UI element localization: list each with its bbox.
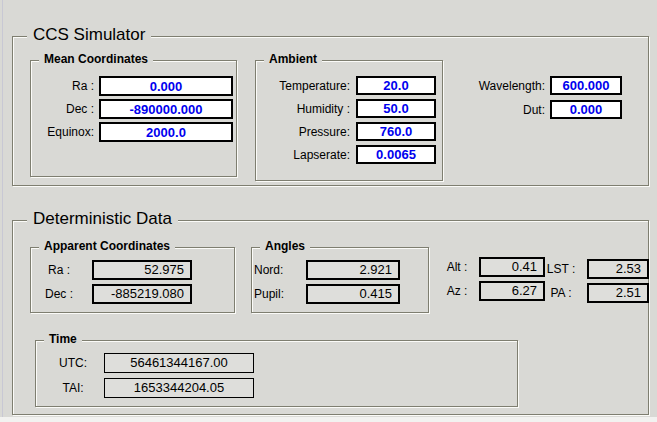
nord-field: 2.921 <box>306 260 400 280</box>
ra-mean-row: Ra : <box>31 76 233 96</box>
tai-row: TAI: 1653344204.05 <box>50 378 254 398</box>
ccs-simulator-title: CCS Simulator <box>27 25 151 45</box>
humidity-label: Humidity : <box>262 102 350 116</box>
ambient-title: Ambient <box>264 52 322 67</box>
equinox-row: Equinox: <box>31 122 233 142</box>
equinox-input[interactable] <box>99 122 233 142</box>
nord-row: Nord: 2.921 <box>252 260 400 280</box>
pa-row: PA : 2.51 <box>541 283 649 303</box>
alt-row: Alt : 0.41 <box>439 257 545 277</box>
time-title: Time <box>44 332 82 347</box>
lst-field: 2.53 <box>587 259 649 279</box>
pressure-row: Pressure: <box>256 122 436 141</box>
dec-mean-label: Dec : <box>32 102 94 116</box>
mean-coordinates-title: Mean Coordinates <box>39 52 153 67</box>
alt-label: Alt : <box>439 260 475 274</box>
pressure-label: Pressure: <box>262 125 350 139</box>
apparent-coordinates-group: Apparent Coordinates Ra : 52.975 Dec : -… <box>30 247 235 313</box>
pressure-input[interactable] <box>356 122 436 141</box>
utc-field: 56461344167.00 <box>104 353 254 373</box>
ra-mean-label: Ra : <box>32 79 94 93</box>
lst-row: LST : 2.53 <box>541 259 649 279</box>
az-field: 6.27 <box>479 281 545 301</box>
apparent-coordinates-title: Apparent Coordinates <box>39 239 175 254</box>
ccs-simulator-panel: CCS Simulator Mean Coordinates Ra : Dec … <box>0 0 657 417</box>
az-row: Az : 6.27 <box>439 281 545 301</box>
mean-coordinates-group: Mean Coordinates Ra : Dec : Equinox: <box>30 60 237 177</box>
dut-row: Dut: <box>523 100 622 119</box>
dec-apparent-label: Dec : <box>34 287 84 301</box>
dec-mean-input[interactable] <box>99 99 233 119</box>
ra-mean-input[interactable] <box>99 76 233 96</box>
temperature-input[interactable] <box>356 76 436 95</box>
pa-field: 2.51 <box>587 283 649 303</box>
ambient-group: Ambient Temperature: Humidity : Pressure… <box>255 60 443 181</box>
alt-field: 0.41 <box>479 257 545 277</box>
dut-input[interactable] <box>550 100 622 119</box>
temperature-label: Temperature: <box>262 79 350 93</box>
pa-label: PA : <box>541 286 581 300</box>
utc-label: UTC: <box>50 356 96 370</box>
utc-row: UTC: 56461344167.00 <box>50 353 254 373</box>
lapserate-label: Lapserate: <box>262 148 350 162</box>
humidity-input[interactable] <box>356 99 436 118</box>
az-label: Az : <box>439 284 475 298</box>
nord-label: Nord: <box>254 263 296 277</box>
temperature-row: Temperature: <box>256 76 436 95</box>
deterministic-data-title: Deterministic Data <box>27 209 178 229</box>
dec-apparent-field: -885219.080 <box>92 284 192 304</box>
equinox-label: Equinox: <box>32 125 94 139</box>
humidity-row: Humidity : <box>256 99 436 118</box>
wavelength-label: Wavelength: <box>479 79 545 93</box>
pupil-label: Pupil: <box>254 287 296 301</box>
wavelength-row: Wavelength: <box>479 76 622 95</box>
ra-apparent-label: Ra : <box>34 263 84 277</box>
pupil-field: 0.415 <box>306 284 400 304</box>
angles-group: Angles Nord: 2.921 Pupil: 0.415 <box>251 247 429 313</box>
tai-label: TAI: <box>50 381 96 395</box>
lst-label: LST : <box>541 262 581 276</box>
deterministic-data-group: Deterministic Data Apparent Coordinates … <box>12 220 649 415</box>
dec-apparent-row: Dec : -885219.080 <box>31 284 192 304</box>
time-group: Time UTC: 56461344167.00 TAI: 1653344204… <box>35 340 518 407</box>
lapserate-row: Lapserate: <box>256 145 436 164</box>
window-left-edge <box>2 0 3 417</box>
wavelength-input[interactable] <box>550 76 622 95</box>
ra-apparent-field: 52.975 <box>92 260 192 280</box>
dut-label: Dut: <box>523 103 545 117</box>
lapserate-input[interactable] <box>356 145 436 164</box>
tai-field: 1653344204.05 <box>104 378 254 398</box>
ccs-simulator-group: CCS Simulator Mean Coordinates Ra : Dec … <box>12 36 649 186</box>
dec-mean-row: Dec : <box>31 99 233 119</box>
angles-title: Angles <box>260 239 310 254</box>
pupil-row: Pupil: 0.415 <box>252 284 400 304</box>
ra-apparent-row: Ra : 52.975 <box>31 260 192 280</box>
